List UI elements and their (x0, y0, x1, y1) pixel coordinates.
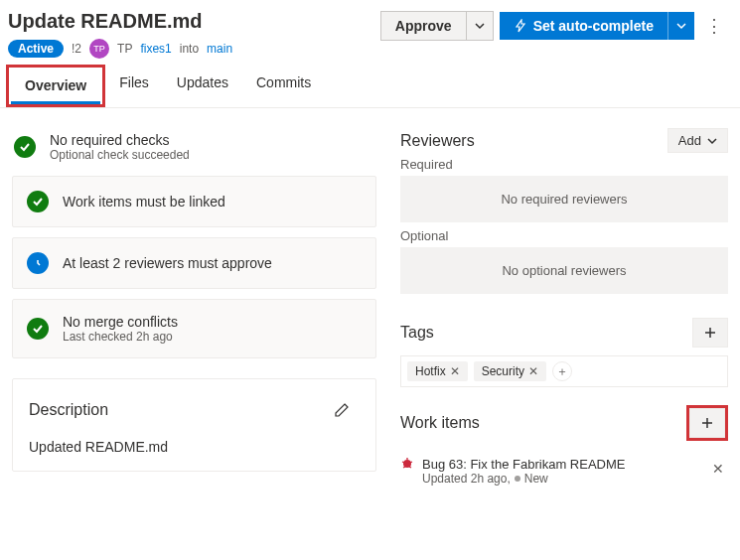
add-reviewer-label: Add (678, 133, 701, 148)
tag[interactable]: Security ✕ (474, 361, 546, 381)
check-sub: Last checked 2h ago (63, 330, 178, 344)
description-card: Description Updated README.md (12, 378, 376, 472)
checks-list: No required checks Optional check succee… (12, 128, 376, 358)
clock-icon (27, 252, 49, 274)
tags-heading: Tags (400, 324, 434, 342)
lightning-icon (514, 19, 527, 33)
close-icon[interactable]: ✕ (528, 364, 538, 378)
workitem-add-highlight (686, 405, 728, 441)
author-initials: TP (117, 42, 132, 56)
required-label: Required (400, 157, 728, 172)
optional-label: Optional (400, 228, 728, 243)
tag-label: Security (482, 364, 524, 378)
chevron-down-icon (707, 136, 717, 146)
add-tag-inline[interactable]: ＋ (552, 361, 572, 381)
overview-highlight: Overview (6, 65, 105, 107)
target-branch-link[interactable]: main (207, 42, 232, 56)
check-title: At least 2 reviewers must approve (63, 255, 272, 271)
optional-empty: No optional reviewers (400, 247, 728, 294)
check-title: No merge conflicts (63, 314, 178, 330)
tab-overview[interactable]: Overview (11, 70, 100, 104)
edit-button[interactable] (324, 395, 360, 425)
tag-label: Hotfix (415, 364, 446, 378)
approve-chevron[interactable] (466, 12, 493, 40)
check-sub: Optional check succeeded (50, 148, 190, 162)
add-tag-button[interactable] (692, 318, 728, 348)
state-dot-icon (515, 476, 520, 482)
tab-updates[interactable]: Updates (163, 67, 242, 107)
workitems-heading: Work items (400, 414, 480, 432)
description-heading: Description (29, 401, 108, 419)
check-title: No required checks (50, 132, 190, 148)
check-row: Work items must be linked (12, 176, 376, 227)
workitem-state: New (524, 472, 548, 486)
check-row: At least 2 reviewers must approve (12, 237, 376, 289)
check-icon (27, 318, 49, 340)
tabs: Overview Files Updates Commits (0, 59, 740, 108)
pr-id: !2 (72, 42, 81, 56)
close-icon[interactable]: ✕ (450, 364, 460, 378)
tag[interactable]: Hotfix ✕ (407, 361, 468, 381)
check-title: Work items must be linked (63, 194, 225, 210)
set-autocomplete-button[interactable]: Set auto-complete (500, 12, 694, 40)
remove-workitem-button[interactable]: ✕ (708, 457, 728, 481)
check-icon (14, 136, 36, 158)
more-actions-button[interactable]: ⋮ (700, 10, 728, 42)
check-row: No required checks Optional check succee… (12, 128, 376, 166)
required-empty: No required reviewers (400, 176, 728, 222)
approve-label: Approve (381, 12, 466, 40)
workitem-time: Updated 2h ago, (422, 472, 511, 486)
autocomplete-label: Set auto-complete (533, 18, 654, 34)
approve-button[interactable]: Approve (380, 11, 494, 41)
tab-files[interactable]: Files (105, 67, 163, 107)
check-row: No merge conflicts Last checked 2h ago (12, 299, 376, 358)
into-word: into (180, 42, 199, 56)
tab-commits[interactable]: Commits (242, 67, 325, 107)
workitem-row[interactable]: Bug 63: Fix the Fabrikam README Updated … (400, 449, 728, 493)
bug-icon (400, 457, 414, 471)
tag-row: Hotfix ✕ Security ✕ ＋ (400, 355, 728, 387)
source-branch-link[interactable]: fixes1 (140, 42, 171, 56)
description-body: Updated README.md (29, 439, 360, 455)
add-reviewer-button[interactable]: Add (667, 128, 728, 153)
check-icon (27, 191, 49, 212)
add-workitem-button[interactable] (689, 408, 725, 438)
avatar[interactable]: TP (89, 39, 109, 59)
autocomplete-chevron[interactable] (667, 12, 694, 40)
status-badge: Active (8, 40, 64, 58)
workitem-title: Bug 63: Fix the Fabrikam README (422, 457, 625, 472)
reviewers-heading: Reviewers (400, 132, 475, 150)
page-title: Update README.md (8, 10, 232, 33)
